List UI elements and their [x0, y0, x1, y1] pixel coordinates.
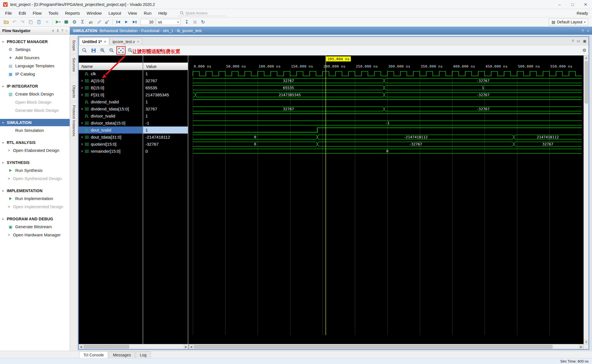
- goto-last-time-icon[interactable]: [144, 46, 153, 54]
- scroll-up-icon[interactable]: ▲: [584, 56, 589, 60]
- close-tab-icon[interactable]: ×: [104, 40, 106, 44]
- close-button[interactable]: ✕: [579, 0, 592, 9]
- console-tab-tcl-console[interactable]: Tcl Console: [79, 351, 108, 358]
- dashboard-icon[interactable]: [87, 18, 95, 26]
- quick-access-search[interactable]: Quick Access: [178, 10, 226, 16]
- vertical-scroll-thumb[interactable]: [585, 61, 588, 103]
- signal-row-remainder-15-0[interactable]: >remainder[15:0]: [79, 148, 143, 155]
- next-transition-icon[interactable]: [165, 46, 174, 54]
- debug-probe-icon[interactable]: [103, 18, 111, 26]
- menu-file[interactable]: File: [2, 9, 15, 17]
- report-sigma-icon[interactable]: Σ: [79, 18, 87, 26]
- panel-help-icon[interactable]: ?: [572, 39, 574, 43]
- delete-icon[interactable]: ×: [43, 18, 51, 26]
- menu-flow[interactable]: Flow: [29, 9, 45, 17]
- side-tab-scope[interactable]: Scope: [70, 37, 77, 54]
- flow-item-ip-catalog[interactable]: ▦IP Catalog: [0, 70, 70, 78]
- flow-header-ip-integrator[interactable]: ▾IP INTEGRATOR: [0, 83, 70, 90]
- menu-window[interactable]: Window: [83, 9, 105, 17]
- signal-row-quotient-15-0[interactable]: >quotient[15:0]: [79, 141, 143, 148]
- name-column-header[interactable]: Name: [79, 63, 143, 70]
- editor-tab-ipcore-test-v[interactable]: ipcore_test.v×: [109, 38, 142, 45]
- menu-layout[interactable]: Layout: [105, 9, 125, 17]
- flow-item-generate-block-design[interactable]: Generate Block Design: [0, 106, 70, 114]
- signal-value-a-15-0[interactable]: 32767: [143, 77, 188, 84]
- menu-tools[interactable]: Tools: [45, 9, 62, 17]
- waveform-canvas[interactable]: 0.000 ns50.000 ns100.000 ns150.000 ns200…: [188, 56, 584, 344]
- flow-expand-collapse-icon[interactable]: ⇕: [56, 29, 59, 33]
- signal-row-divisor-tdata-15-0[interactable]: >divisor_tdata[15:0]: [79, 119, 143, 126]
- signal-row-dout-tdata-31-0[interactable]: >dout_tdata[31:0]: [79, 134, 143, 141]
- previous-transition-icon[interactable]: [156, 46, 165, 54]
- side-tab-sources[interactable]: Sources: [70, 55, 77, 75]
- flow-item-language-templates[interactable]: ▤Language Templates: [0, 62, 70, 70]
- scroll-left-icon[interactable]: ◀: [79, 344, 83, 349]
- float-window-icon[interactable]: ▭: [576, 39, 580, 43]
- flow-item-run-simulation[interactable]: Run Simulation: [0, 126, 70, 134]
- side-tab-protocol-instances[interactable]: Protocol Instances: [70, 102, 77, 139]
- console-tab-messages[interactable]: Messages: [109, 351, 135, 358]
- flow-item-open-block-design[interactable]: Open Block Design: [0, 98, 70, 106]
- run-button[interactable]: ▾: [54, 18, 62, 26]
- flow-item-open-elaborated-design[interactable]: >Open Elaborated Design: [0, 146, 70, 154]
- signal-value-divisor-tvalid[interactable]: 1: [143, 112, 188, 119]
- redo-icon[interactable]: ↷: [19, 18, 26, 26]
- menu-reports[interactable]: Reports: [62, 9, 83, 17]
- flow-header-rtl-analysis[interactable]: ▾RTL ANALYSIS: [0, 139, 70, 146]
- signal-value-b-15-0[interactable]: 65535: [143, 84, 188, 91]
- maximize-panel-icon[interactable]: ▣: [583, 39, 586, 43]
- flow-item-settings[interactable]: ⚙Settings: [0, 45, 70, 54]
- program-device-icon[interactable]: [62, 18, 70, 26]
- flow-item-open-hardware-manager[interactable]: >Open Hardware Manager: [0, 231, 70, 239]
- signal-value-dividend-tdata-15-0[interactable]: 32767: [143, 105, 188, 112]
- flow-item-open-synthesized-design[interactable]: >Open Synthesized Design: [0, 174, 70, 183]
- wave-horizontal-scrollbar[interactable]: ◀ ▶: [189, 344, 584, 349]
- step-icon[interactable]: ↧: [183, 18, 191, 26]
- save-waveform-icon[interactable]: [89, 46, 98, 54]
- run-time-input[interactable]: [140, 19, 155, 25]
- signal-value-dividend-tvalid[interactable]: 1: [143, 98, 188, 105]
- find-icon[interactable]: [80, 46, 89, 54]
- horizontal-scroll-thumb[interactable]: [84, 345, 129, 349]
- flow-header-program-and-debug[interactable]: ▾PROGRAM AND DEBUG: [0, 215, 70, 223]
- flow-help-icon[interactable]: ?: [61, 29, 63, 33]
- side-tab-objects[interactable]: Objects: [70, 82, 77, 101]
- signal-value-p-31-0[interactable]: 2147385345: [143, 91, 188, 98]
- menu-help[interactable]: Help: [155, 9, 170, 17]
- scroll-down-icon[interactable]: ▼: [584, 339, 589, 344]
- minimize-button[interactable]: –: [553, 0, 566, 9]
- flow-item-run-synthesis[interactable]: Run Synthesis: [0, 166, 70, 174]
- signal-value-divisor-tdata-15-0[interactable]: -1: [143, 119, 188, 126]
- console-tab-log[interactable]: Log: [136, 351, 151, 358]
- signal-row-a-15-0[interactable]: >A[15:0]: [79, 77, 143, 84]
- flow-menu-icon[interactable]: ≡: [52, 29, 54, 33]
- signal-row-divisor-tvalid[interactable]: divisor_tvalid: [79, 112, 143, 119]
- context-close-icon[interactable]: ×: [587, 29, 589, 33]
- flow-minimize-icon[interactable]: –: [65, 29, 67, 33]
- signal-value-clk[interactable]: 1: [143, 70, 188, 77]
- relaunch-sim-icon[interactable]: ↻: [199, 18, 207, 26]
- open-file-icon[interactable]: [2, 18, 10, 26]
- context-help-icon[interactable]: ?: [582, 29, 584, 33]
- flow-item-open-implemented-design[interactable]: >Open Implemented Design: [0, 203, 70, 211]
- signal-value-dout-tvalid[interactable]: 1: [143, 126, 188, 134]
- name-horizontal-scrollbar[interactable]: ◀ ▶: [79, 344, 188, 349]
- paste-icon[interactable]: [35, 18, 43, 26]
- pause-icon[interactable]: [191, 18, 199, 26]
- wave-vertical-scrollbar[interactable]: ▲ ▼: [584, 56, 589, 344]
- menu-run[interactable]: Run: [140, 9, 155, 17]
- signal-row-b-15-0[interactable]: >B[15:0]: [79, 84, 143, 91]
- scroll-right-icon[interactable]: ▶: [579, 344, 584, 349]
- signal-row-dividend-tdata-15-0[interactable]: >dividend_tdata[15:0]: [79, 105, 143, 112]
- value-column-header[interactable]: Value: [143, 63, 188, 70]
- flow-header-project-manager[interactable]: ▾PROJECT MANAGER: [0, 38, 70, 45]
- flow-item-generate-bitstream[interactable]: ▣Generate Bitstream: [0, 223, 70, 231]
- zoom-to-cursor-icon[interactable]: [126, 46, 134, 54]
- edit-pencil-icon[interactable]: [95, 18, 103, 26]
- wave-settings-gear-icon[interactable]: ⚙: [582, 48, 586, 53]
- settings-gear-icon[interactable]: ⚙: [70, 18, 78, 26]
- goto-time-zero-icon[interactable]: [135, 46, 143, 54]
- zoom-fit-button[interactable]: [116, 46, 125, 55]
- signal-value-quotient-15-0[interactable]: -32767: [143, 141, 188, 148]
- close-tab-icon[interactable]: ×: [137, 40, 139, 44]
